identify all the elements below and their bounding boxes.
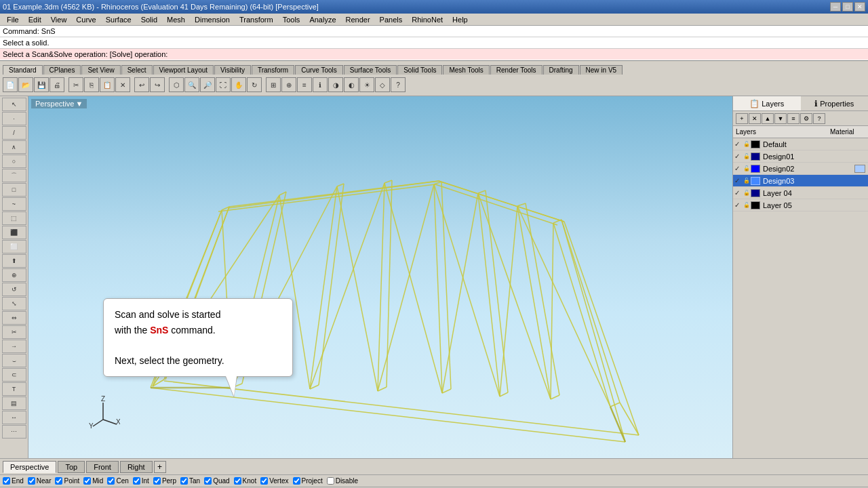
osnap-point[interactable]: Point xyxy=(55,477,79,485)
solid-tool[interactable]: ⬜ xyxy=(2,240,26,253)
tab-select[interactable]: Select xyxy=(121,65,153,75)
select-button[interactable]: ⬡ xyxy=(169,77,184,92)
osnap-knot[interactable]: Knot xyxy=(234,477,257,485)
help-layer-button[interactable]: ? xyxy=(813,113,825,124)
tab-properties[interactable]: ℹ Properties xyxy=(801,96,869,110)
new-file-button[interactable]: 📄 xyxy=(3,77,18,92)
menu-transform[interactable]: Transform xyxy=(235,15,277,24)
material-button[interactable]: ◇ xyxy=(375,77,390,92)
tab-solid-tools[interactable]: Solid Tools xyxy=(397,65,442,75)
arrow-tool[interactable]: ↖ xyxy=(2,98,26,111)
tab-transform[interactable]: Transform xyxy=(252,65,294,75)
extend-tool[interactable]: → xyxy=(2,340,26,353)
menu-curve[interactable]: Curve xyxy=(72,15,100,24)
osnap-project[interactable]: Project xyxy=(293,477,323,485)
command-line3[interactable]: Select a Scan&Solve operation: [Solve] o… xyxy=(0,49,868,60)
rect-tool[interactable]: □ xyxy=(2,183,26,197)
layer-color-swatch[interactable] xyxy=(751,177,760,185)
menu-render[interactable]: Render xyxy=(342,15,374,24)
layer-name[interactable]: Layer 04 xyxy=(760,189,867,197)
extrude-tool[interactable]: ⬆ xyxy=(2,254,26,268)
tab-cplanes[interactable]: CPlanes xyxy=(43,65,81,75)
snap-button[interactable]: ⊕ xyxy=(281,77,296,92)
osnap-disable[interactable]: Disable xyxy=(327,477,358,485)
zoom-out-button[interactable]: 🔎 xyxy=(200,77,215,92)
settings-button[interactable]: ⚙ xyxy=(800,113,812,124)
layer-check[interactable]: ✓ xyxy=(734,140,743,148)
paste-button[interactable]: 📋 xyxy=(100,77,115,92)
layer-row-design01[interactable]: ✓ 🔓 Design01 xyxy=(733,150,868,163)
layer-check[interactable]: ✓ xyxy=(734,165,743,172)
tab-viewport-layout[interactable]: Viewport Layout xyxy=(153,65,214,75)
rotate-left-tool[interactable]: ↺ xyxy=(2,283,26,296)
close-button[interactable]: ✕ xyxy=(854,2,865,12)
line-tool[interactable]: / xyxy=(2,126,26,140)
circle-tool[interactable]: ○ xyxy=(2,155,26,168)
menu-tools[interactable]: Tools xyxy=(279,15,304,24)
scale-tool[interactable]: ⤡ xyxy=(2,297,26,310)
move-tool[interactable]: ⊕ xyxy=(2,268,26,282)
layer-name[interactable]: Design03 xyxy=(760,177,867,185)
menu-rhinonet[interactable]: RhinoNet xyxy=(408,15,447,24)
tab-render-tools[interactable]: Render Tools xyxy=(490,65,542,75)
undo-button[interactable]: ↩ xyxy=(134,77,149,92)
layer-row-design02[interactable]: ✓ 🔓 Design02 xyxy=(733,163,868,175)
move-down-button[interactable]: ▼ xyxy=(774,113,787,124)
dimension-tool[interactable]: ↔ xyxy=(2,411,26,424)
grid-button[interactable]: ⊞ xyxy=(266,77,281,92)
tab-perspective[interactable]: Perspective xyxy=(3,461,56,473)
tab-visibility[interactable]: Visibility xyxy=(214,65,251,75)
copy-button[interactable]: ⎘ xyxy=(84,77,99,92)
tab-surface-tools[interactable]: Surface Tools xyxy=(344,65,397,75)
arc-tool[interactable]: ⌒ xyxy=(2,169,26,182)
osnap-int[interactable]: Int xyxy=(133,477,149,485)
layer-row-05[interactable]: ✓ 🔓 Layer 05 xyxy=(733,199,868,211)
layer-row-default[interactable]: ✓ 🔓 Default xyxy=(733,138,868,150)
hatch-tool[interactable]: ▤ xyxy=(2,396,26,410)
help-button[interactable]: ? xyxy=(391,77,406,92)
menu-file[interactable]: File xyxy=(3,15,23,24)
menu-edit[interactable]: Edit xyxy=(24,15,45,24)
layer-color-swatch[interactable] xyxy=(751,165,760,173)
rotate-button[interactable]: ↻ xyxy=(247,77,262,92)
tab-top[interactable]: Top xyxy=(58,461,85,473)
layer-name[interactable]: Default xyxy=(760,140,867,148)
menu-help[interactable]: Help xyxy=(448,15,472,24)
minimize-button[interactable]: ─ xyxy=(830,2,841,12)
viewport-area[interactable]: Perspective ▼ .bridge-stroke { stroke: #… xyxy=(28,96,732,458)
tab-front[interactable]: Front xyxy=(86,461,119,473)
delete-layer-button[interactable]: ✕ xyxy=(749,113,761,124)
zoom-extents-button[interactable]: ⛶ xyxy=(216,77,231,92)
layer-name[interactable]: Design02 xyxy=(760,165,854,173)
trim-tool[interactable]: ✂ xyxy=(2,325,26,339)
menu-analyze[interactable]: Analyze xyxy=(305,15,340,24)
tab-right[interactable]: Right xyxy=(120,461,153,473)
menu-view[interactable]: View xyxy=(47,15,71,24)
filter-button[interactable]: ≡ xyxy=(787,113,800,124)
tab-mesh-tools[interactable]: Mesh Tools xyxy=(443,65,489,75)
surface-tool[interactable]: ⬚ xyxy=(2,211,26,225)
osnap-mid[interactable]: Mid xyxy=(83,477,103,485)
layer-row-04[interactable]: ✓ 🔓 Layer 04 xyxy=(733,187,868,199)
layer-name[interactable]: Design01 xyxy=(760,152,867,161)
layer-check[interactable]: ✓ xyxy=(734,201,743,209)
menu-dimension[interactable]: Dimension xyxy=(191,15,234,24)
layer-color-swatch[interactable] xyxy=(751,201,760,209)
freeform-tool[interactable]: ~ xyxy=(2,197,26,211)
redo-button[interactable]: ↪ xyxy=(150,77,165,92)
layer-check[interactable]: ✓ xyxy=(734,177,743,184)
move-up-button[interactable]: ▲ xyxy=(762,113,774,124)
new-layer-button[interactable]: + xyxy=(736,113,748,124)
properties-button[interactable]: ℹ xyxy=(313,77,328,92)
cut-button[interactable]: ✂ xyxy=(68,77,83,92)
layer-check[interactable]: ✓ xyxy=(734,189,743,197)
fillet-tool[interactable]: ⌣ xyxy=(2,354,26,367)
viewport-label[interactable]: Perspective ▼ xyxy=(31,99,87,108)
osnap-cen[interactable]: Cen xyxy=(107,477,128,485)
mesh-tool[interactable]: ⬛ xyxy=(2,226,26,239)
layer-row-design03[interactable]: ✓ 🔓 Design03 xyxy=(733,175,868,187)
layer-color-swatch[interactable] xyxy=(751,140,760,148)
print-button[interactable]: 🖨 xyxy=(50,77,64,92)
delete-button[interactable]: ✕ xyxy=(115,77,130,92)
mirror-tool[interactable]: ⇔ xyxy=(2,311,26,325)
